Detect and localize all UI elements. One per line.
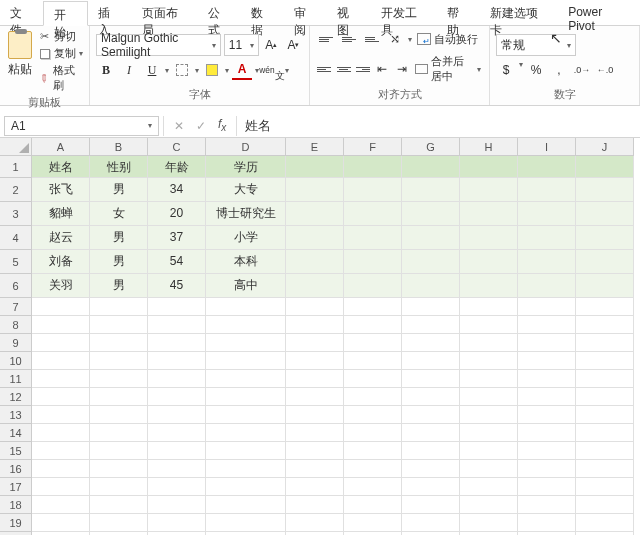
cell-B3[interactable]: 女 bbox=[90, 202, 148, 226]
cell-H14[interactable] bbox=[460, 424, 518, 442]
cell-E9[interactable] bbox=[286, 334, 344, 352]
cell-E1[interactable] bbox=[286, 156, 344, 178]
cell-E14[interactable] bbox=[286, 424, 344, 442]
cell-F14[interactable] bbox=[344, 424, 402, 442]
column-header-D[interactable]: D bbox=[206, 138, 286, 156]
cell-E13[interactable] bbox=[286, 406, 344, 424]
cell-J2[interactable] bbox=[576, 178, 634, 202]
fx-button[interactable]: fx bbox=[218, 117, 226, 133]
cell-E16[interactable] bbox=[286, 460, 344, 478]
cell-F11[interactable] bbox=[344, 370, 402, 388]
cell-E17[interactable] bbox=[286, 478, 344, 496]
cell-G6[interactable] bbox=[402, 274, 460, 298]
row-header-13[interactable]: 13 bbox=[0, 406, 32, 424]
column-header-A[interactable]: A bbox=[32, 138, 90, 156]
cell-C5[interactable]: 54 bbox=[148, 250, 206, 274]
cell-E6[interactable] bbox=[286, 274, 344, 298]
row-header-10[interactable]: 10 bbox=[0, 352, 32, 370]
align-top-button[interactable] bbox=[316, 29, 336, 49]
cell-B7[interactable] bbox=[90, 298, 148, 316]
cell-G15[interactable] bbox=[402, 442, 460, 460]
cell-H15[interactable] bbox=[460, 442, 518, 460]
cell-A8[interactable] bbox=[32, 316, 90, 334]
cell-I7[interactable] bbox=[518, 298, 576, 316]
cell-H13[interactable] bbox=[460, 406, 518, 424]
cell-B10[interactable] bbox=[90, 352, 148, 370]
percent-button[interactable]: % bbox=[526, 60, 546, 80]
cell-E18[interactable] bbox=[286, 496, 344, 514]
cell-D11[interactable] bbox=[206, 370, 286, 388]
tab-页面布局[interactable]: 页面布局 bbox=[132, 0, 198, 25]
cell-A7[interactable] bbox=[32, 298, 90, 316]
tab-插入[interactable]: 插入 bbox=[88, 0, 131, 25]
underline-button[interactable]: U bbox=[142, 60, 162, 80]
cell-A5[interactable]: 刘备 bbox=[32, 250, 90, 274]
bold-button[interactable]: B bbox=[96, 60, 116, 80]
cell-J4[interactable] bbox=[576, 226, 634, 250]
confirm-formula-button[interactable]: ✓ bbox=[196, 119, 206, 133]
cell-D4[interactable]: 小学 bbox=[206, 226, 286, 250]
number-format-select[interactable]: 常规▾ bbox=[496, 34, 576, 56]
cell-G11[interactable] bbox=[402, 370, 460, 388]
cell-G10[interactable] bbox=[402, 352, 460, 370]
cell-H4[interactable] bbox=[460, 226, 518, 250]
cell-C19[interactable] bbox=[148, 514, 206, 532]
format-painter-button[interactable]: 格式刷 bbox=[38, 63, 83, 93]
column-header-B[interactable]: B bbox=[90, 138, 148, 156]
cell-A3[interactable]: 貂蝉 bbox=[32, 202, 90, 226]
cell-H12[interactable] bbox=[460, 388, 518, 406]
cell-B6[interactable]: 男 bbox=[90, 274, 148, 298]
phonetic-button[interactable]: wén文 bbox=[262, 60, 282, 80]
comma-button[interactable]: , bbox=[549, 60, 569, 80]
tab-帮助[interactable]: 帮助 bbox=[437, 0, 480, 25]
cell-D9[interactable] bbox=[206, 334, 286, 352]
formula-input[interactable]: 姓名 bbox=[237, 115, 640, 137]
cell-H3[interactable] bbox=[460, 202, 518, 226]
cell-E7[interactable] bbox=[286, 298, 344, 316]
cell-E5[interactable] bbox=[286, 250, 344, 274]
cell-A9[interactable] bbox=[32, 334, 90, 352]
copy-button[interactable]: 复制▾ bbox=[38, 46, 83, 61]
font-name-select[interactable]: Malgun Gothic Semilight▾ bbox=[96, 34, 221, 56]
row-header-11[interactable]: 11 bbox=[0, 370, 32, 388]
decrease-indent-button[interactable]: ⇤ bbox=[374, 59, 390, 79]
cell-I10[interactable] bbox=[518, 352, 576, 370]
row-header-18[interactable]: 18 bbox=[0, 496, 32, 514]
cell-G14[interactable] bbox=[402, 424, 460, 442]
cell-E11[interactable] bbox=[286, 370, 344, 388]
cell-F13[interactable] bbox=[344, 406, 402, 424]
cell-A6[interactable]: 关羽 bbox=[32, 274, 90, 298]
cell-H18[interactable] bbox=[460, 496, 518, 514]
cell-G12[interactable] bbox=[402, 388, 460, 406]
cell-I1[interactable] bbox=[518, 156, 576, 178]
cell-D5[interactable]: 本科 bbox=[206, 250, 286, 274]
column-header-J[interactable]: J bbox=[576, 138, 634, 156]
cell-H16[interactable] bbox=[460, 460, 518, 478]
cell-I17[interactable] bbox=[518, 478, 576, 496]
cell-A17[interactable] bbox=[32, 478, 90, 496]
cell-J11[interactable] bbox=[576, 370, 634, 388]
cell-I12[interactable] bbox=[518, 388, 576, 406]
cell-A4[interactable]: 赵云 bbox=[32, 226, 90, 250]
cell-B14[interactable] bbox=[90, 424, 148, 442]
cell-J10[interactable] bbox=[576, 352, 634, 370]
cell-B5[interactable]: 男 bbox=[90, 250, 148, 274]
cell-D16[interactable] bbox=[206, 460, 286, 478]
cell-B13[interactable] bbox=[90, 406, 148, 424]
cell-D2[interactable]: 大专 bbox=[206, 178, 286, 202]
cell-E10[interactable] bbox=[286, 352, 344, 370]
cell-C4[interactable]: 37 bbox=[148, 226, 206, 250]
cell-D6[interactable]: 高中 bbox=[206, 274, 286, 298]
cell-B15[interactable] bbox=[90, 442, 148, 460]
cell-C15[interactable] bbox=[148, 442, 206, 460]
cell-F7[interactable] bbox=[344, 298, 402, 316]
cell-F12[interactable] bbox=[344, 388, 402, 406]
cell-A13[interactable] bbox=[32, 406, 90, 424]
italic-button[interactable]: I bbox=[119, 60, 139, 80]
cell-B16[interactable] bbox=[90, 460, 148, 478]
cell-C17[interactable] bbox=[148, 478, 206, 496]
cell-B17[interactable] bbox=[90, 478, 148, 496]
column-header-H[interactable]: H bbox=[460, 138, 518, 156]
cell-F16[interactable] bbox=[344, 460, 402, 478]
row-header-8[interactable]: 8 bbox=[0, 316, 32, 334]
